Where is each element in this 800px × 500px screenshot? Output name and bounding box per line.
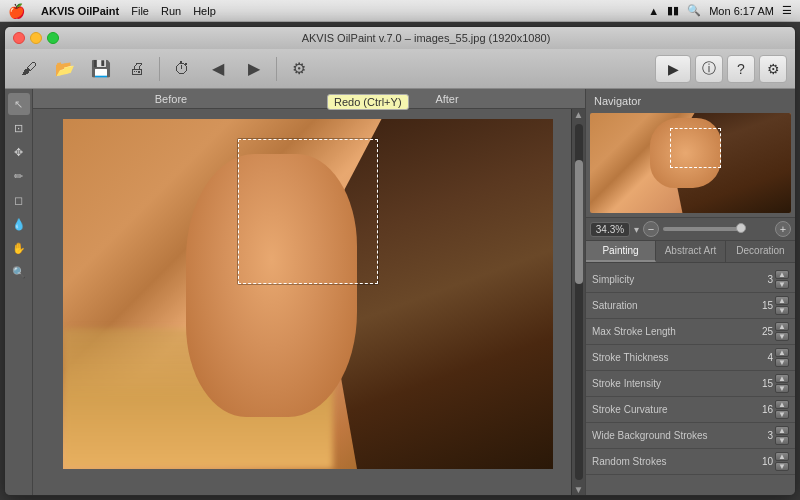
- max-stroke-length-spinner[interactable]: ▲ ▼: [775, 322, 789, 341]
- toolbar-right: ▶ ⓘ ? ⚙: [655, 55, 787, 83]
- print-button[interactable]: 🖨: [121, 53, 153, 85]
- saturation-spinner[interactable]: ▲ ▼: [775, 296, 789, 315]
- navigator-section: Navigator: [586, 89, 795, 218]
- v-scroll-thumb[interactable]: [575, 160, 583, 285]
- maximize-button[interactable]: [47, 32, 59, 44]
- select-tool-button[interactable]: ↖: [8, 93, 30, 115]
- menu-help[interactable]: Help: [193, 5, 216, 17]
- max-stroke-length-down[interactable]: ▼: [775, 332, 789, 341]
- random-strokes-value: 10: [743, 456, 773, 467]
- canvas-inner: ▲ ▼: [33, 109, 585, 495]
- stroke-thickness-down[interactable]: ▼: [775, 358, 789, 367]
- dropper-tool-button[interactable]: 💧: [8, 213, 30, 235]
- right-panel: Navigator 34.3% ▾ − + Painting: [585, 89, 795, 495]
- setting-stroke-thickness: Stroke Thickness 4 ▲ ▼: [586, 345, 795, 371]
- max-stroke-length-label: Max Stroke Length: [592, 326, 743, 337]
- stroke-intensity-down[interactable]: ▼: [775, 384, 789, 393]
- battery-icon: ▮▮: [667, 4, 679, 17]
- view-labels: Before After Redo (Ctrl+Y): [33, 89, 585, 109]
- apple-menu[interactable]: 🍎: [8, 3, 25, 19]
- zoom-slider-thumb[interactable]: [736, 223, 746, 233]
- stroke-intensity-up[interactable]: ▲: [775, 374, 789, 383]
- after-label: After Redo (Ctrl+Y): [309, 93, 585, 105]
- play-button[interactable]: ▶: [655, 55, 691, 83]
- simplicity-up[interactable]: ▲: [775, 270, 789, 279]
- scroll-down-arrow[interactable]: ▼: [574, 484, 584, 495]
- simplicity-label: Simplicity: [592, 274, 743, 285]
- random-strokes-up[interactable]: ▲: [775, 452, 789, 461]
- stroke-thickness-label: Stroke Thickness: [592, 352, 743, 363]
- save-button[interactable]: 💾: [85, 53, 117, 85]
- close-button[interactable]: [13, 32, 25, 44]
- redo-button[interactable]: ▶: [238, 53, 270, 85]
- traffic-lights: [13, 32, 59, 44]
- wide-bg-strokes-spinner[interactable]: ▲ ▼: [775, 426, 789, 445]
- stroke-thickness-spinner[interactable]: ▲ ▼: [775, 348, 789, 367]
- wifi-icon: ▲: [648, 5, 659, 17]
- stroke-intensity-spinner[interactable]: ▲ ▼: [775, 374, 789, 393]
- canvas-scroll[interactable]: ▲ ▼ ◀ ▶: [33, 109, 585, 495]
- main-window: AKVIS OilPaint v.7.0 – images_55.jpg (19…: [4, 26, 796, 496]
- menu-run[interactable]: Run: [161, 5, 181, 17]
- titlebar: AKVIS OilPaint v.7.0 – images_55.jpg (19…: [5, 27, 795, 49]
- stroke-curvature-value: 16: [743, 404, 773, 415]
- zoom-slider[interactable]: [663, 227, 771, 231]
- menubar-right: ▲ ▮▮ 🔍 Mon 6:17 AM ☰: [648, 4, 792, 17]
- zoom-level-display[interactable]: 34.3%: [590, 222, 630, 237]
- pencil-tool-button[interactable]: ✏: [8, 165, 30, 187]
- main-content: ↖ ⊡ ✥ ✏ ◻ 💧 ✋ 🔍 Before After Redo (Ctrl+…: [5, 89, 795, 495]
- move-tool-button[interactable]: ✥: [8, 141, 30, 163]
- app-name[interactable]: AKVIS OilPaint: [41, 5, 119, 17]
- zoom-dropdown-arrow[interactable]: ▾: [634, 224, 639, 235]
- info-button[interactable]: ⓘ: [695, 55, 723, 83]
- random-strokes-spinner[interactable]: ▲ ▼: [775, 452, 789, 471]
- toolbar-separator: [159, 57, 160, 81]
- hand-tool-button[interactable]: ✋: [8, 237, 30, 259]
- tab-painting[interactable]: Painting: [586, 241, 656, 262]
- stroke-curvature-spinner[interactable]: ▲ ▼: [775, 400, 789, 419]
- panel-tabs: Painting Abstract Art Decoration: [586, 241, 795, 263]
- v-scroll-track[interactable]: [575, 124, 583, 480]
- simplicity-spinner[interactable]: ▲ ▼: [775, 270, 789, 289]
- brush-tool-button[interactable]: 🖌: [13, 53, 45, 85]
- random-strokes-down[interactable]: ▼: [775, 462, 789, 471]
- nav-selection-indicator: [670, 128, 720, 168]
- minimize-button[interactable]: [30, 32, 42, 44]
- stroke-intensity-label: Stroke Intensity: [592, 378, 743, 389]
- image-display: [63, 119, 553, 469]
- setting-wide-bg-strokes: Wide Background Strokes 3 ▲ ▼: [586, 423, 795, 449]
- zoom-in-button[interactable]: +: [775, 221, 791, 237]
- zoom-tool-button[interactable]: 🔍: [8, 261, 30, 283]
- tab-decoration[interactable]: Decoration: [726, 241, 795, 262]
- saturation-value: 15: [743, 300, 773, 311]
- tooltip: Redo (Ctrl+Y): [327, 94, 409, 110]
- settings-button[interactable]: ⚙: [283, 53, 315, 85]
- zoom-out-button[interactable]: −: [643, 221, 659, 237]
- vertical-scrollbar[interactable]: ▲ ▼: [571, 109, 585, 495]
- eraser-tool-button[interactable]: ◻: [8, 189, 30, 211]
- undo-button[interactable]: ◀: [202, 53, 234, 85]
- open-button[interactable]: 📂: [49, 53, 81, 85]
- stroke-thickness-up[interactable]: ▲: [775, 348, 789, 357]
- saturation-up[interactable]: ▲: [775, 296, 789, 305]
- menu-file[interactable]: File: [131, 5, 149, 17]
- scroll-up-arrow[interactable]: ▲: [574, 109, 584, 120]
- navigator-thumbnail: [590, 113, 791, 213]
- saturation-down[interactable]: ▼: [775, 306, 789, 315]
- simplicity-down[interactable]: ▼: [775, 280, 789, 289]
- tab-abstract-art[interactable]: Abstract Art: [656, 241, 726, 262]
- wide-bg-strokes-down[interactable]: ▼: [775, 436, 789, 445]
- history-button[interactable]: ⏱: [166, 53, 198, 85]
- search-icon[interactable]: 🔍: [687, 4, 701, 17]
- canvas-area: Before After Redo (Ctrl+Y): [33, 89, 585, 495]
- wide-bg-strokes-up[interactable]: ▲: [775, 426, 789, 435]
- face-layer: [186, 154, 358, 417]
- setting-simplicity: Simplicity 3 ▲ ▼: [586, 267, 795, 293]
- stroke-curvature-up[interactable]: ▲: [775, 400, 789, 409]
- help-button[interactable]: ?: [727, 55, 755, 83]
- hamburger-icon[interactable]: ☰: [782, 4, 792, 17]
- stroke-curvature-down[interactable]: ▼: [775, 410, 789, 419]
- max-stroke-length-up[interactable]: ▲: [775, 322, 789, 331]
- crop-tool-button[interactable]: ⊡: [8, 117, 30, 139]
- gear-button[interactable]: ⚙: [759, 55, 787, 83]
